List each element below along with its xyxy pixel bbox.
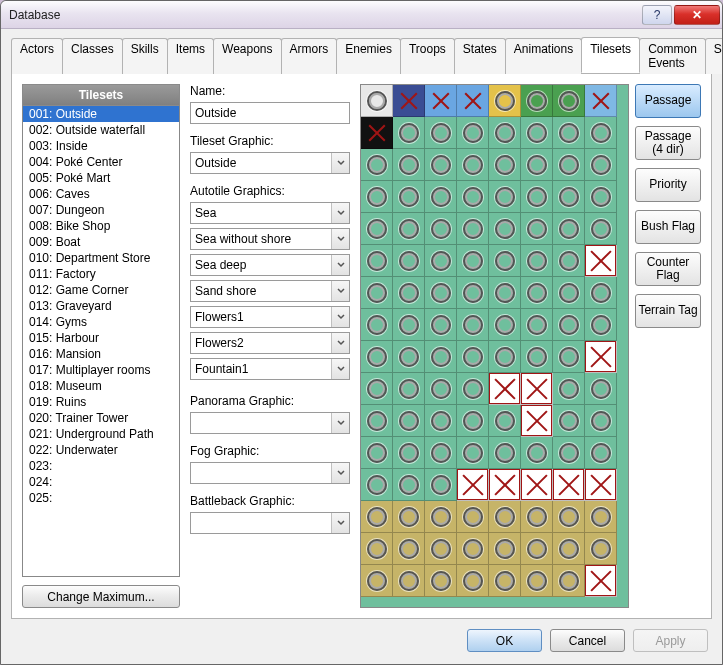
tile-cell[interactable] [489,437,521,469]
tile-cell[interactable] [425,277,457,309]
tileset-list-item[interactable]: 018: Museum [23,378,179,394]
autotile-combo-2[interactable]: Sea deep [190,254,350,276]
tab-actors[interactable]: Actors [11,38,63,74]
tab-weapons[interactable]: Weapons [213,38,281,74]
tile-cell[interactable] [425,373,457,405]
tile-cell[interactable] [521,181,553,213]
mode-passage-4-dir-[interactable]: Passage (4 dir) [635,126,701,160]
tile-cell[interactable] [457,405,489,437]
tile-cell[interactable] [489,213,521,245]
tile-cell[interactable] [425,149,457,181]
mode-priority[interactable]: Priority [635,168,701,202]
tileset-list-item[interactable]: 025: [23,490,179,506]
tile-cell[interactable] [361,469,393,501]
tile-cell[interactable] [457,149,489,181]
tileset-list-item[interactable]: 010: Department Store [23,250,179,266]
mode-counter-flag[interactable]: Counter Flag [635,252,701,286]
tile-cell[interactable] [521,213,553,245]
tileset-list-item[interactable]: 006: Caves [23,186,179,202]
tile-cell[interactable] [553,181,585,213]
tile-cell[interactable] [521,565,553,597]
autotile-combo-6[interactable]: Fountain1 [190,358,350,380]
tile-cell[interactable] [393,405,425,437]
tile-cell[interactable] [553,437,585,469]
tab-classes[interactable]: Classes [62,38,123,74]
tile-cell[interactable] [585,533,617,565]
tile-cell[interactable] [457,533,489,565]
tile-cell[interactable] [393,469,425,501]
tile-cell[interactable] [585,341,617,373]
tile-cell[interactable] [585,277,617,309]
tile-cell[interactable] [553,373,585,405]
tileset-list-item[interactable]: 005: Poké Mart [23,170,179,186]
mode-passage[interactable]: Passage [635,84,701,118]
tileset-list-item[interactable]: 001: Outside [23,106,179,122]
tile-cell[interactable] [489,341,521,373]
tileset-list-item[interactable]: 003: Inside [23,138,179,154]
tile-cell[interactable] [585,245,617,277]
tile-cell[interactable] [489,85,521,117]
tile-cell[interactable] [553,117,585,149]
tile-cell[interactable] [489,501,521,533]
tile-cell[interactable] [489,277,521,309]
tileset-list-item[interactable]: 007: Dungeon [23,202,179,218]
name-input[interactable] [190,102,350,124]
tile-cell[interactable] [553,341,585,373]
tileset-graphic-combo[interactable]: Outside [190,152,350,174]
fog-combo[interactable] [190,462,350,484]
change-maximum-button[interactable]: Change Maximum... [22,585,180,608]
cancel-button[interactable]: Cancel [550,629,625,652]
tileset-list-item[interactable]: 004: Poké Center [23,154,179,170]
tile-cell[interactable] [425,533,457,565]
tile-cell[interactable] [553,85,585,117]
tile-cell[interactable] [425,213,457,245]
tile-cell[interactable] [585,213,617,245]
tab-states[interactable]: States [454,38,506,74]
tile-cell[interactable] [521,117,553,149]
tile-cell[interactable] [393,85,425,117]
tile-cell[interactable] [521,309,553,341]
tile-cell[interactable] [553,277,585,309]
tile-cell[interactable] [425,437,457,469]
autotile-combo-1[interactable]: Sea without shore [190,228,350,250]
tileset-list-item[interactable]: 021: Underground Path [23,426,179,442]
tile-cell[interactable] [393,437,425,469]
tab-enemies[interactable]: Enemies [336,38,401,74]
tile-cell[interactable] [585,469,617,501]
tile-cell[interactable] [553,565,585,597]
tab-common-events[interactable]: Common Events [639,38,706,74]
tile-cell[interactable] [585,149,617,181]
tab-armors[interactable]: Armors [281,38,338,74]
titlebar[interactable]: Database ? ✕ [1,1,722,29]
tile-cell[interactable] [425,405,457,437]
tile-cell[interactable] [585,437,617,469]
tileset-list-item[interactable]: 016: Mansion [23,346,179,362]
mode-terrain-tag[interactable]: Terrain Tag [635,294,701,328]
tile-cell[interactable] [361,565,393,597]
tab-skills[interactable]: Skills [122,38,168,74]
tile-cell[interactable] [585,309,617,341]
tile-cell[interactable] [457,245,489,277]
tile-cell[interactable] [361,437,393,469]
tile-cell[interactable] [553,405,585,437]
tile-grid[interactable] [361,85,628,597]
tile-cell[interactable] [521,85,553,117]
tile-cell[interactable] [553,469,585,501]
tile-cell[interactable] [521,277,553,309]
tile-cell[interactable] [457,213,489,245]
tile-cell[interactable] [361,181,393,213]
tileset-list-item[interactable]: 013: Graveyard [23,298,179,314]
tile-cell[interactable] [521,149,553,181]
autotile-combo-3[interactable]: Sand shore [190,280,350,302]
tile-cell[interactable] [585,501,617,533]
tab-tilesets[interactable]: Tilesets [581,37,640,73]
tileset-list-item[interactable]: 008: Bike Shop [23,218,179,234]
tile-cell[interactable] [521,405,553,437]
tile-grid-scroll[interactable] [360,84,629,608]
tileset-list-item[interactable]: 011: Factory [23,266,179,282]
tile-cell[interactable] [393,245,425,277]
tab-troops[interactable]: Troops [400,38,455,74]
tile-cell[interactable] [553,149,585,181]
autotile-combo-5[interactable]: Flowers2 [190,332,350,354]
tile-cell[interactable] [457,181,489,213]
